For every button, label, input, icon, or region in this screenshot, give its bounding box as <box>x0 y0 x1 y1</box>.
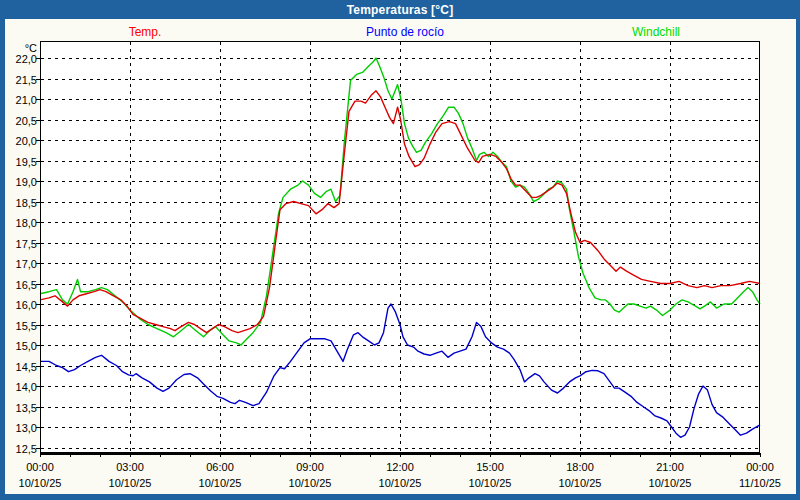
y-tick-label: 19,0 <box>16 176 37 188</box>
y-tick-label: 21,0 <box>16 94 37 106</box>
y-tick-label: 14,0 <box>16 381 37 393</box>
y-tick-label: 15,5 <box>16 320 37 332</box>
x-tick-time-label: 09:00 <box>296 461 324 473</box>
x-tick-date-label: 10/10/25 <box>289 477 332 489</box>
y-tick-label: 17,0 <box>16 258 37 270</box>
x-tick-time-label: 21:00 <box>656 461 684 473</box>
y-tick-label: 13,0 <box>16 422 37 434</box>
y-tick-label: 17,5 <box>16 238 37 250</box>
y-tick-label: 18,5 <box>16 197 37 209</box>
x-tick-time-label: 06:00 <box>206 461 234 473</box>
y-tick-label: 20,0 <box>16 135 37 147</box>
y-tick-label: 13,5 <box>16 402 37 414</box>
weather-chart-window: Temperaturas [°C] Temp. Punto de rocío W… <box>0 0 800 500</box>
y-tick-label: 18,0 <box>16 217 37 229</box>
x-tick-time-label: 00:00 <box>746 461 774 473</box>
x-tick-date-label: 10/10/25 <box>559 477 602 489</box>
x-tick-time-label: 15:00 <box>476 461 504 473</box>
y-tick-label: 14,5 <box>16 361 37 373</box>
y-tick-label: 19,5 <box>16 156 37 168</box>
x-tick-date-label: 10/10/25 <box>379 477 422 489</box>
y-tick-label: 12,5 <box>16 443 37 455</box>
x-tick-date-label: 10/10/25 <box>109 477 152 489</box>
window-border-bottom <box>0 494 800 500</box>
y-tick-label: 22,0 <box>16 53 37 65</box>
x-tick-date-label: 10/10/25 <box>199 477 242 489</box>
temperature-chart: 22,021,521,020,520,019,519,018,518,017,5… <box>0 0 800 500</box>
x-tick-date-label: 10/10/25 <box>469 477 512 489</box>
x-tick-date-label: 11/10/25 <box>739 477 781 489</box>
window-border-right <box>796 19 800 500</box>
x-tick-date-label: 10/10/25 <box>649 477 692 489</box>
x-tick-date-label: 10/10/25 <box>19 477 62 489</box>
y-tick-label: 20,5 <box>16 115 37 127</box>
window-border-left <box>0 19 5 500</box>
y-tick-label: 16,5 <box>16 279 37 291</box>
y-tick-label: 16,0 <box>16 299 37 311</box>
x-tick-time-label: 18:00 <box>566 461 594 473</box>
y-tick-label: 21,5 <box>16 74 37 86</box>
x-tick-time-label: 00:00 <box>26 461 54 473</box>
x-tick-time-label: 12:00 <box>386 461 414 473</box>
x-tick-time-label: 03:00 <box>116 461 144 473</box>
y-axis-unit-label: °C <box>25 42 37 54</box>
y-tick-label: 15,0 <box>16 340 37 352</box>
